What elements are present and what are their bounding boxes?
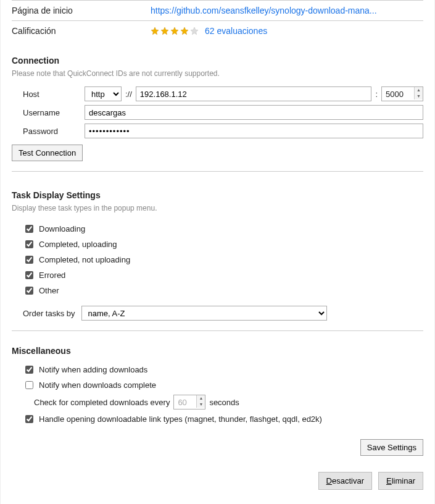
protocol-select[interactable]: http	[85, 86, 122, 101]
homepage-row: Página de inicio https://github.com/sean…	[12, 0, 423, 21]
order-label: Order tasks by	[12, 309, 75, 318]
check-errored-input[interactable]	[25, 271, 33, 279]
star-icon	[180, 27, 189, 35]
star-icon	[170, 27, 179, 35]
check-other-input[interactable]	[25, 287, 33, 295]
connection-section: Connection Please note that QuickConnect…	[12, 41, 423, 172]
check-other[interactable]: Other	[23, 283, 423, 298]
check-completed-uploading-label: Completed, uploading	[39, 240, 117, 249]
username-label: Username	[23, 108, 85, 117]
check-downloading-label: Downloading	[39, 224, 85, 233]
check-notify-complete[interactable]: Notify when downloads complete	[23, 377, 423, 393]
test-connection-button[interactable]: Test Connection	[12, 145, 83, 161]
check-completed-not-uploading-input[interactable]	[25, 256, 33, 264]
check-handle-links-label: Handle opening downloadable link types (…	[39, 414, 322, 424]
remove-button[interactable]: Eliminar	[378, 472, 423, 490]
star-icon	[151, 27, 159, 35]
misc-section: Miscellaneous Notify when adding downloa…	[12, 331, 423, 456]
check-downloading[interactable]: Downloading	[23, 221, 423, 237]
port-separator: :	[371, 90, 381, 99]
check-notify-adding-label: Notify when adding downloads	[39, 365, 147, 374]
password-row: Password	[23, 124, 423, 138]
misc-title: Miscellaneous	[12, 346, 423, 356]
port-step-down[interactable]: ▼	[414, 93, 423, 99]
rating-row: Calificación 62 evaluaciones	[12, 21, 423, 41]
check-completed-uploading[interactable]: Completed, uploading	[23, 237, 423, 252]
check-completed-not-uploading-label: Completed, not uploading	[39, 255, 130, 264]
rating-count-link[interactable]: 62 evaluaciones	[205, 26, 267, 36]
homepage-label: Página de inicio	[12, 6, 151, 15]
check-notify-adding-input[interactable]	[25, 366, 33, 374]
check-handle-links-input[interactable]	[25, 415, 33, 423]
save-settings-button[interactable]: Save Settings	[360, 439, 423, 456]
port-step-up[interactable]: ▲	[414, 87, 423, 93]
username-row: Username	[23, 105, 423, 120]
password-input[interactable]	[85, 124, 423, 138]
check-completed-uploading-input[interactable]	[25, 240, 33, 248]
host-input[interactable]	[136, 86, 372, 101]
interval-row: Check for completed downloads every ▲ ▼ …	[23, 393, 423, 411]
order-select[interactable]: name, A-Z	[81, 306, 327, 321]
check-notify-complete-label: Notify when downloads complete	[39, 380, 156, 390]
check-errored-label: Errored	[39, 271, 65, 280]
rating-stars	[151, 27, 199, 35]
task-display-section: Task Display Settings Display these task…	[12, 175, 423, 331]
star-icon	[160, 27, 169, 35]
password-label: Password	[23, 127, 85, 136]
interval-prefix: Check for completed downloads every	[34, 398, 170, 407]
rating-label: Calificación	[12, 26, 151, 36]
task-display-title: Task Display Settings	[12, 190, 423, 200]
protocol-separator: ://	[122, 90, 136, 99]
check-notify-adding[interactable]: Notify when adding downloads	[23, 362, 423, 377]
interval-step-down: ▼	[196, 401, 205, 408]
interval-suffix: seconds	[209, 398, 239, 407]
deactivate-button[interactable]: Desactivar	[318, 472, 372, 490]
check-notify-complete-input[interactable]	[25, 381, 33, 389]
connection-title: Connection	[12, 56, 423, 65]
username-input[interactable]	[85, 105, 423, 120]
host-row: Host http :// : ▲ ▼	[23, 86, 423, 101]
check-downloading-input[interactable]	[25, 225, 33, 233]
task-display-desc: Display these task types in the popup me…	[12, 204, 423, 212]
interval-step-up: ▲	[196, 395, 205, 401]
star-empty-icon	[190, 27, 199, 35]
check-other-label: Other	[39, 286, 59, 295]
check-completed-not-uploading[interactable]: Completed, not uploading	[23, 252, 423, 267]
check-handle-links[interactable]: Handle opening downloadable link types (…	[23, 411, 423, 427]
connection-desc: Please note that QuickConnect IDs are no…	[12, 69, 423, 78]
host-label: Host	[23, 90, 85, 99]
homepage-link[interactable]: https://github.com/seansfkelley/synology…	[151, 6, 377, 15]
footer-buttons: Desactivar Eliminar	[12, 456, 423, 494]
check-errored[interactable]: Errored	[23, 267, 423, 283]
